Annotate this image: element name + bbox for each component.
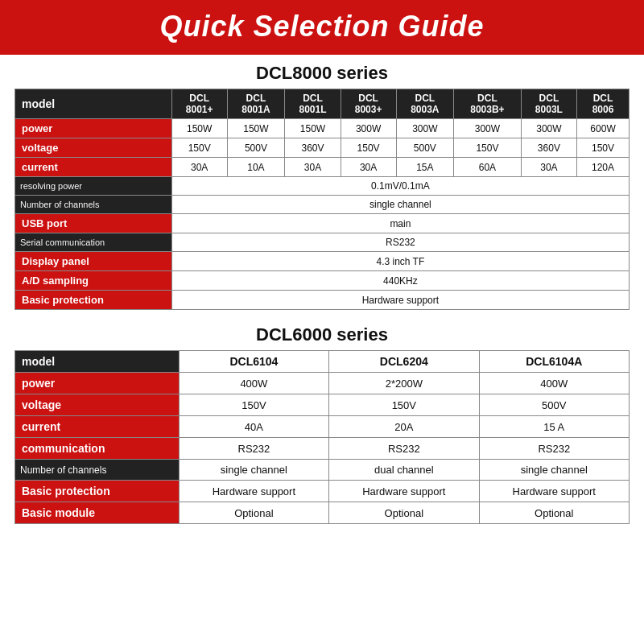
cell: RS232 — [329, 438, 479, 460]
cell-merged: 4.3 inch TF — [171, 252, 629, 271]
cell: RS232 — [479, 438, 629, 460]
table-header-row: model DCL8001+ DCL8001A DCL8001L DCL8003… — [15, 89, 630, 119]
dcl8000-table-wrap: model DCL8001+ DCL8001A DCL8001L DCL8003… — [0, 89, 644, 316]
row-module-label: Basic module — [15, 502, 180, 524]
table-row: Number of channels single channel dual c… — [15, 460, 630, 481]
cell: 400W — [179, 373, 328, 394]
cell: Hardware support — [479, 481, 629, 502]
cell: 150W — [171, 119, 227, 138]
row-current-label: current — [15, 158, 172, 177]
table-row: power 150W 150W 150W 300W 300W 300W 300W… — [15, 119, 630, 138]
cell-merged: RS232 — [171, 233, 629, 252]
cell: Optional — [329, 502, 479, 524]
cell: Optional — [479, 502, 629, 524]
col-8003bplus: DCL8003B+ — [454, 89, 522, 119]
row-resolving-label: resolving power — [15, 177, 172, 196]
cell: 30A — [341, 158, 396, 177]
cell: single channel — [479, 460, 629, 481]
table-row: Basic module Optional Optional Optional — [15, 502, 630, 524]
table-row: current 30A 10A 30A 30A 15A 60A 30A 120A — [15, 158, 630, 177]
dcl8000-table: model DCL8001+ DCL8001A DCL8001L DCL8003… — [14, 89, 630, 310]
row-protection-label: Basic protection — [15, 291, 172, 310]
row-power-label: power — [15, 119, 172, 138]
dcl6000-section: DCL6000 series model DCL6104 DCL6204 DCL… — [0, 316, 644, 530]
cell: 20A — [329, 416, 479, 438]
dcl8000-title: DCL8000 series — [0, 55, 644, 89]
row-current-label: current — [15, 416, 180, 438]
cell: 150V — [454, 138, 522, 158]
col-8001a: DCL8001A — [227, 89, 285, 119]
col-8001plus: DCL8001+ — [171, 89, 227, 119]
cell: RS232 — [179, 438, 328, 460]
row-serial-label: Serial communication — [15, 233, 172, 252]
table-row: Basic protection Hardware support — [15, 291, 630, 310]
page-header: Quick Selection Guide — [0, 0, 644, 55]
model-label: model — [15, 89, 172, 119]
cell-merged: single channel — [171, 196, 629, 214]
col-6204: DCL6204 — [329, 351, 479, 373]
cell: 360V — [285, 138, 341, 158]
cell: 400W — [479, 373, 629, 394]
table-row: Display panel 4.3 inch TF — [15, 252, 630, 271]
table-row: resolving power 0.1mV/0.1mA — [15, 177, 630, 196]
table-row: Number of channels single channel — [15, 196, 630, 214]
cell: 2*200W — [329, 373, 479, 394]
table-row: Basic protection Hardware support Hardwa… — [15, 481, 630, 502]
cell: 360V — [521, 138, 576, 158]
row-voltage-label: voltage — [15, 138, 172, 158]
cell: 30A — [285, 158, 341, 177]
table-header-row: model DCL6104 DCL6204 DCL6104A — [15, 351, 630, 373]
table-row: voltage 150V 500V 360V 150V 500V 150V 36… — [15, 138, 630, 158]
dcl6000-table-wrap: model DCL6104 DCL6204 DCL6104A power 400… — [0, 350, 644, 530]
cell: 150V — [341, 138, 396, 158]
table-row: Serial communication RS232 — [15, 233, 630, 252]
page-title: Quick Selection Guide — [0, 10, 644, 43]
cell: 150V — [329, 394, 479, 416]
cell: 150V — [577, 138, 630, 158]
cell: Hardware support — [179, 481, 328, 502]
cell: 30A — [171, 158, 227, 177]
cell: single channel — [179, 460, 328, 481]
dcl6000-title: DCL6000 series — [0, 316, 644, 350]
dcl8000-section: DCL8000 series model DCL8001+ DCL8001A D… — [0, 55, 644, 316]
cell: 15 A — [479, 416, 629, 438]
col-8003a: DCL8003A — [396, 89, 454, 119]
cell: 500V — [479, 394, 629, 416]
col-8006: DCL8006 — [577, 89, 630, 119]
table-row: power 400W 2*200W 400W — [15, 373, 630, 394]
col-8003l: DCL8003L — [521, 89, 576, 119]
table-row: communication RS232 RS232 RS232 — [15, 438, 630, 460]
row-voltage-label: voltage — [15, 394, 180, 416]
cell: 300W — [521, 119, 576, 138]
model-label-6000: model — [15, 351, 180, 373]
cell-merged: 440KHz — [171, 271, 629, 291]
cell: 30A — [521, 158, 576, 177]
row-display-label: Display panel — [15, 252, 172, 271]
cell: 600W — [577, 119, 630, 138]
cell: 120A — [577, 158, 630, 177]
cell: 10A — [227, 158, 285, 177]
cell: Optional — [179, 502, 328, 524]
row-communication-label: communication — [15, 438, 180, 460]
col-6104: DCL6104 — [179, 351, 328, 373]
dcl6000-table: model DCL6104 DCL6204 DCL6104A power 400… — [14, 350, 630, 524]
cell-merged: 0.1mV/0.1mA — [171, 177, 629, 196]
cell: 150W — [227, 119, 285, 138]
col-8001l: DCL8001L — [285, 89, 341, 119]
cell: dual channel — [329, 460, 479, 481]
cell: 15A — [396, 158, 454, 177]
cell: 300W — [454, 119, 522, 138]
row-protection-label: Basic protection — [15, 481, 180, 502]
col-8003plus: DCL8003+ — [341, 89, 396, 119]
cell-merged: Hardware support — [171, 291, 629, 310]
table-row: voltage 150V 150V 500V — [15, 394, 630, 416]
cell: 500V — [227, 138, 285, 158]
row-ad-label: A/D sampling — [15, 271, 172, 291]
cell: 150W — [285, 119, 341, 138]
cell: 40A — [179, 416, 328, 438]
cell: 300W — [341, 119, 396, 138]
row-channels-label: Number of channels — [15, 196, 172, 214]
cell: 150V — [179, 394, 328, 416]
cell-merged: main — [171, 214, 629, 233]
table-row: current 40A 20A 15 A — [15, 416, 630, 438]
